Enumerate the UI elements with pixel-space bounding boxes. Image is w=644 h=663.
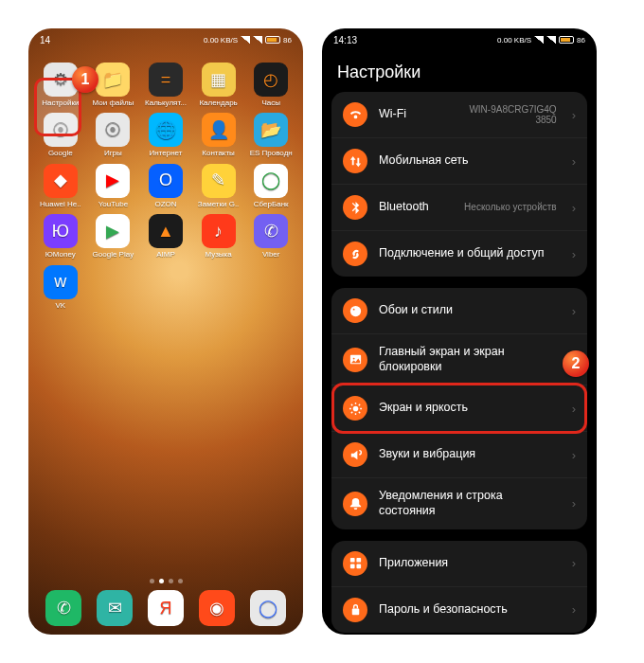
- phone-settings-screen: 14:13 0.00 KB/S 86 Настройки Wi-Fi WIN-9…: [322, 28, 597, 635]
- settings-row-palette[interactable]: Обои и стили ›: [331, 288, 587, 333]
- svg-rect-8: [356, 564, 361, 568]
- svg-point-3: [352, 358, 354, 360]
- chevron-right-icon: ›: [572, 247, 576, 261]
- sound-icon: [343, 442, 367, 467]
- app-label: Калькулят...: [145, 99, 187, 107]
- app-icon: ✉: [97, 590, 133, 626]
- app-калькулят-[interactable]: =Калькулят...: [139, 63, 192, 107]
- battery-pct: 86: [283, 36, 292, 45]
- lock-icon: [343, 598, 367, 622]
- settings-row-bt[interactable]: Bluetooth Несколько устройств ›: [331, 184, 587, 230]
- row-value: Несколько устройств: [464, 202, 557, 213]
- svg-rect-9: [351, 609, 359, 616]
- app-label: Музыка: [205, 251, 231, 259]
- row-label: Главный экран и экран блокировки: [379, 345, 557, 374]
- row-label: Подключение и общий доступ: [379, 246, 557, 261]
- svg-point-1: [352, 308, 354, 310]
- app-календарь[interactable]: ▦Календарь: [192, 63, 245, 107]
- battery-pct: 86: [577, 36, 585, 45]
- app-сбербанк[interactable]: ◯СберБанк: [244, 164, 297, 208]
- app-контакты[interactable]: 👤Контакты: [192, 113, 245, 157]
- app-aimp[interactable]: ▲AIMP: [139, 214, 192, 259]
- palette-icon: [343, 298, 367, 323]
- app-huawei-he-[interactable]: ◆Huawei He..: [34, 164, 87, 208]
- app-label: СберБанк: [254, 201, 289, 208]
- page-indicator: [28, 579, 303, 583]
- app-icon: 📁: [96, 63, 130, 97]
- app-ozon[interactable]: OOZON: [139, 164, 192, 208]
- app-label: Календарь: [199, 99, 237, 107]
- signal-icon: [253, 36, 262, 44]
- row-label: Уведомления и строка состояния: [379, 489, 557, 518]
- app-icon: ⦿: [96, 113, 130, 147]
- image-icon: [343, 348, 367, 372]
- battery-icon: [265, 36, 280, 44]
- app-icon: ◯: [250, 590, 286, 626]
- chevron-right-icon: ›: [572, 496, 576, 511]
- app-icon: 🌐: [149, 113, 183, 147]
- app-icon: 📂: [254, 113, 288, 147]
- svg-rect-7: [349, 564, 354, 568]
- app-es-проводн[interactable]: 📂ES Проводн: [244, 113, 297, 157]
- settings-row-link[interactable]: Подключение и общий доступ ›: [331, 230, 587, 277]
- settings-row-apps[interactable]: Приложения ›: [331, 541, 587, 586]
- app-label: AIMP: [156, 251, 175, 259]
- app-icon: ◆: [44, 164, 78, 198]
- chevron-right-icon: ›: [572, 304, 576, 318]
- app-icon: ✆: [45, 590, 81, 626]
- app-label: VK: [55, 302, 65, 310]
- settings-row-wifi[interactable]: Wi-Fi WIN-9A8CRG7IG4Q 3850 ›: [331, 92, 587, 137]
- battery-icon: [559, 36, 574, 44]
- app-label: Контакты: [202, 150, 235, 157]
- app-заметки-g-[interactable]: ✎Заметки G..: [192, 164, 245, 208]
- settings-row-lock[interactable]: Пароль и безопасность ›: [331, 586, 587, 633]
- app-google-play[interactable]: ▶Google Play: [87, 214, 140, 259]
- app-label: Игры: [104, 150, 122, 157]
- settings-row-updown[interactable]: Мобильная сеть ›: [331, 137, 587, 184]
- row-label: Wi-Fi: [379, 107, 451, 122]
- settings-group-display: Обои и стили › Главный экран и экран бло…: [331, 288, 587, 529]
- apps-icon: [343, 551, 367, 576]
- app-интернет[interactable]: 🌐Интернет: [139, 113, 192, 157]
- app-icon: ◯: [254, 164, 288, 198]
- settings-row-bell[interactable]: Уведомления и строка состояния ›: [331, 477, 587, 529]
- status-time: 14:13: [333, 35, 357, 45]
- svg-rect-6: [356, 558, 361, 563]
- row-label: Мобильная сеть: [379, 153, 557, 169]
- statusbar: 14:13 0.00 KB/S 86: [322, 28, 597, 49]
- settings-row-image[interactable]: Главный экран и экран блокировки ›: [331, 333, 587, 385]
- app-игры[interactable]: ⦿Игры: [87, 113, 140, 157]
- chevron-right-icon: ›: [572, 556, 576, 570]
- settings-row-sun[interactable]: Экран и яркость ›: [331, 385, 587, 431]
- callout-badge-1: 1: [72, 66, 98, 93]
- app-vk[interactable]: wVK: [34, 265, 87, 310]
- app-часы[interactable]: ◴Часы: [244, 63, 297, 107]
- app-icon: ▦: [202, 63, 236, 97]
- app-юmoney[interactable]: ЮЮMoney: [34, 214, 87, 259]
- chevron-right-icon: ›: [572, 402, 576, 416]
- dock-browser[interactable]: ◉: [199, 590, 235, 629]
- status-icons: 0.00 KB/S 86: [497, 36, 585, 45]
- svg-point-4: [352, 405, 358, 411]
- dock-yandex[interactable]: Я: [148, 590, 184, 629]
- app-icon: ▶: [96, 214, 130, 248]
- app-viber[interactable]: ✆Viber: [244, 214, 297, 259]
- dock-phone[interactable]: ✆: [45, 590, 81, 629]
- app-icon: =: [149, 63, 183, 97]
- net-speed: 0.00 KB/S: [497, 36, 531, 45]
- row-label: Обои и стили: [379, 303, 557, 318]
- dock-messages[interactable]: ✉: [97, 590, 133, 629]
- dock: ✆✉Я◉◯: [28, 590, 303, 629]
- app-icon: ♪: [202, 214, 236, 248]
- row-label: Пароль и безопасность: [379, 602, 557, 618]
- app-label: ЮMoney: [45, 251, 76, 259]
- app-музыка[interactable]: ♪Музыка: [192, 214, 245, 259]
- statusbar: 14 0.00 KB/S 86: [28, 28, 303, 49]
- bell-icon: [343, 492, 367, 516]
- row-value: WIN-9A8CRG7IG4Q 3850: [462, 104, 557, 126]
- dock-camera[interactable]: ◯: [250, 590, 286, 629]
- app-icon: ◉: [199, 590, 235, 626]
- settings-row-sound[interactable]: Звуки и вибрация ›: [331, 431, 587, 477]
- app-label: Заметки G..: [198, 201, 240, 208]
- app-youtube[interactable]: ▶YouTube: [87, 164, 140, 208]
